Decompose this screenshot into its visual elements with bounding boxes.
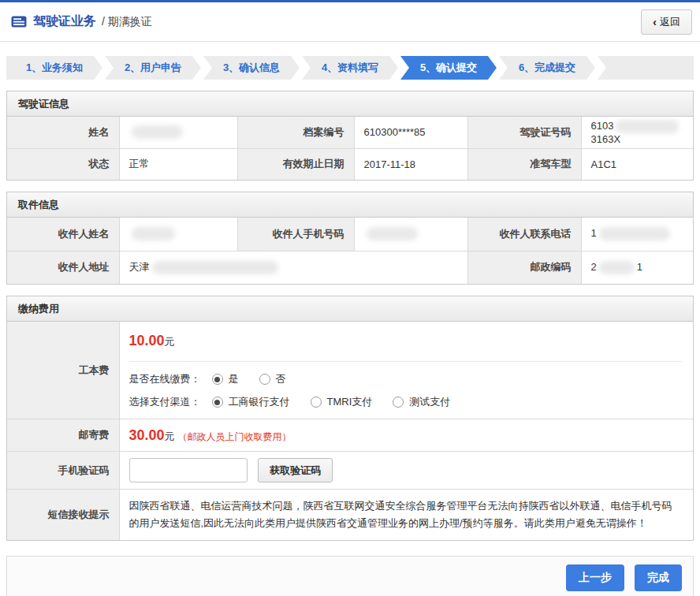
status-value: 正常	[119, 148, 237, 180]
back-button[interactable]: ‹ 返回	[641, 9, 692, 35]
postal-code-suffix: 1	[637, 261, 642, 273]
table-row: 工本费 10.00元 是否在线缴费： 是 否	[7, 322, 693, 419]
step-6-finish-submit[interactable]: 6、完成提交	[499, 56, 595, 80]
step-4-fill-data[interactable]: 4、资料填写	[302, 56, 398, 80]
postal-code-label: 邮政编码	[467, 251, 581, 284]
radio-option-label: 工商银行支付	[229, 395, 290, 409]
recipient-mobile-value	[354, 218, 467, 251]
radio-icon[interactable]	[212, 397, 223, 408]
license-info-table: 姓名 档案编号 610300****85 驾驶证号码 61033163X 状态 …	[7, 117, 693, 180]
production-fee-label: 工本费	[7, 322, 119, 419]
name-label: 姓名	[7, 117, 119, 148]
pickup-info-section-title: 取件信息	[7, 192, 693, 218]
currency-unit: 元	[165, 336, 175, 348]
postage-fee-note: （邮政人员上门收取费用）	[178, 431, 292, 442]
vehicle-type-label: 准驾车型	[467, 148, 581, 180]
table-row: 手机验证码 获取验证码	[7, 452, 693, 490]
license-card-icon	[11, 16, 27, 28]
pickup-info-table: 收件人姓名 收件人手机号码 收件人联系电话 1 收件人地址 天津 邮政编码 21	[7, 218, 693, 284]
valid-until-label: 有效期止日期	[237, 148, 354, 180]
sms-tip-text: 因陕西省联通、电信运营商技术问题，陕西省互联网交通安全综合服务管理平台无法向持陕…	[119, 490, 693, 541]
footer-action-bar: 上一步 完成	[6, 556, 694, 596]
wizard-steps: 1、业务须知 2、用户申告 3、确认信息 4、资料填写 5、确认提交 6、完成提…	[6, 56, 694, 80]
fees-section-title: 缴纳费用	[7, 296, 693, 322]
valid-until-value: 2017-11-18	[354, 148, 467, 180]
recipient-mobile-label: 收件人手机号码	[237, 218, 354, 251]
file-number-label: 档案编号	[237, 117, 354, 148]
radio-icon[interactable]	[259, 374, 270, 385]
radio-icon[interactable]	[393, 397, 404, 408]
page-title: 驾驶证业务	[33, 13, 96, 30]
postal-code-prefix: 2	[591, 261, 597, 273]
sms-code-cell: 获取验证码	[119, 452, 693, 490]
status-label: 状态	[7, 148, 119, 180]
fees-section: 缴纳费用 工本费 10.00元 是否在线缴费： 是 否	[6, 296, 694, 541]
recipient-address-prefix: 天津	[129, 261, 150, 273]
divider	[129, 361, 683, 362]
vehicle-type-value: A1C1	[581, 148, 693, 180]
recipient-name-label: 收件人姓名	[7, 218, 119, 251]
redacted-value	[599, 261, 635, 274]
recipient-phone-label: 收件人联系电话	[467, 218, 581, 251]
chevron-left-icon: ‹	[653, 17, 657, 28]
redacted-value	[152, 261, 278, 274]
production-fee-amount: 10.00	[129, 333, 165, 348]
postage-fee-amount: 30.00	[129, 427, 165, 443]
recipient-phone-value: 1	[581, 218, 693, 251]
postage-fee-label: 邮寄费	[7, 419, 119, 452]
back-button-label: 返回	[660, 15, 680, 29]
sms-tip-label: 短信接收提示	[7, 490, 119, 541]
radio-option-label: 是	[229, 372, 239, 386]
step-3-confirm-info[interactable]: 3、确认信息	[203, 56, 300, 80]
step-1-business-notice[interactable]: 1、业务须知	[6, 56, 102, 80]
radio-icon[interactable]	[311, 397, 322, 408]
breadcrumb-current: / 期满换证	[102, 15, 152, 29]
previous-step-button[interactable]: 上一步	[566, 564, 624, 591]
license-number-suffix: 3163X	[591, 133, 621, 145]
production-fee-amount-line: 10.00元	[129, 333, 683, 349]
fees-table: 工本费 10.00元 是否在线缴费： 是 否	[7, 322, 693, 540]
table-row: 收件人地址 天津 邮政编码 21	[7, 251, 693, 284]
radio-option-tmri-pay[interactable]: TMRI支付	[311, 395, 373, 409]
radio-option-label: TMRI支付	[327, 395, 373, 409]
radio-option-no[interactable]: 否	[259, 372, 286, 386]
finish-button[interactable]: 完成	[635, 564, 682, 591]
redacted-value	[599, 227, 670, 240]
table-row: 姓名 档案编号 610300****85 驾驶证号码 61033163X	[7, 117, 693, 148]
pay-channel-question: 选择支付渠道：	[129, 395, 201, 409]
page-header: 驾驶证业务 / 期满换证 ‹ 返回	[0, 2, 700, 42]
online-pay-question: 是否在线缴费：	[129, 372, 201, 386]
redacted-value	[132, 125, 183, 139]
pay-channel-row: 选择支付渠道： 工商银行支付 TMRI支付 测试支付	[129, 393, 683, 411]
radio-option-label: 否	[276, 372, 286, 386]
license-info-section-title: 驾驶证信息	[7, 91, 693, 117]
production-fee-cell: 10.00元 是否在线缴费： 是 否 选择支付渠道：	[119, 322, 693, 419]
currency-unit: 元	[165, 430, 175, 442]
file-number-value: 610300****85	[354, 117, 467, 148]
radio-option-icbc-pay[interactable]: 工商银行支付	[212, 395, 290, 409]
radio-option-test-pay[interactable]: 测试支付	[393, 395, 450, 409]
get-code-button[interactable]: 获取验证码	[258, 458, 333, 482]
radio-icon[interactable]	[212, 374, 223, 385]
pickup-info-section: 取件信息 收件人姓名 收件人手机号码 收件人联系电话 1 收件人地址 天津 邮政…	[6, 192, 694, 285]
table-row: 邮寄费 30.00元（邮政人员上门收取费用）	[7, 419, 693, 452]
license-number-prefix: 6103	[591, 120, 614, 132]
recipient-address-value: 天津	[119, 251, 467, 284]
redacted-value	[367, 227, 418, 240]
table-row: 短信接收提示 因陕西省联通、电信运营商技术问题，陕西省互联网交通安全综合服务管理…	[7, 490, 693, 541]
recipient-phone-prefix: 1	[591, 227, 597, 239]
license-number-value: 61033163X	[581, 117, 693, 148]
radio-option-yes[interactable]: 是	[212, 372, 239, 386]
step-2-user-declaration[interactable]: 2、用户申告	[105, 56, 201, 80]
online-pay-row: 是否在线缴费： 是 否	[129, 371, 683, 388]
name-value	[119, 117, 237, 148]
sms-code-label: 手机验证码	[7, 452, 119, 490]
step-5-confirm-submit[interactable]: 5、确认提交	[400, 56, 497, 80]
recipient-address-label: 收件人地址	[7, 251, 119, 284]
recipient-name-value	[119, 218, 237, 251]
radio-option-label: 测试支付	[409, 395, 450, 409]
postal-code-value: 21	[581, 251, 693, 284]
sms-code-input[interactable]	[129, 458, 248, 482]
redacted-value	[132, 227, 175, 240]
steps-filler	[598, 56, 694, 80]
